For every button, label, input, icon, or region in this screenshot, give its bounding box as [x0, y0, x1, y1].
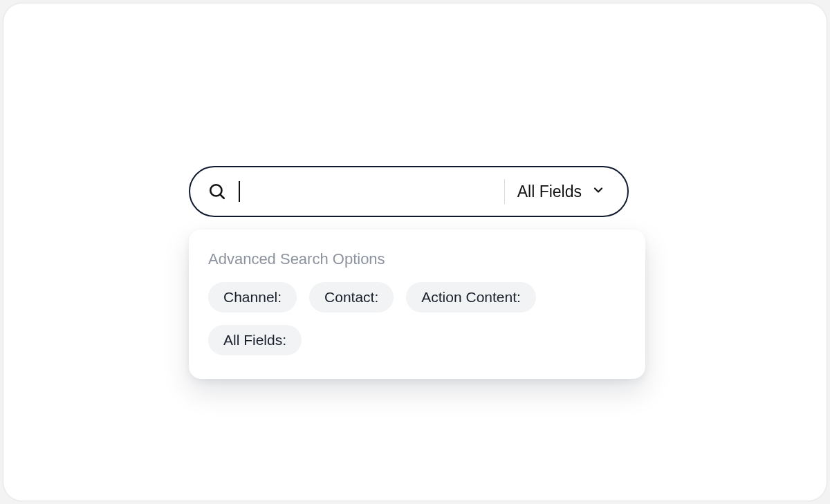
chevron-down-icon [591, 183, 605, 200]
advanced-search-title: Advanced Search Options [208, 250, 626, 268]
search-bar[interactable]: All Fields [189, 166, 629, 217]
scope-label: All Fields [517, 183, 582, 201]
chip-contact[interactable]: Contact: [309, 282, 394, 312]
search-container: All Fields Advanced Search Options Chann… [189, 166, 629, 379]
advanced-search-panel: Advanced Search Options Channel: Contact… [189, 230, 645, 379]
app-canvas: All Fields Advanced Search Options Chann… [3, 3, 827, 501]
vertical-divider [504, 179, 505, 204]
text-cursor [239, 181, 240, 202]
svg-line-1 [221, 195, 224, 198]
chip-all-fields[interactable]: All Fields: [208, 325, 302, 355]
chip-channel[interactable]: Channel: [208, 282, 297, 312]
search-icon [208, 183, 226, 200]
scope-dropdown[interactable]: All Fields [517, 183, 609, 201]
search-input[interactable] [236, 167, 499, 216]
advanced-options-row: Channel: Contact: Action Content: All Fi… [208, 282, 626, 355]
chip-action-content[interactable]: Action Content: [406, 282, 536, 312]
